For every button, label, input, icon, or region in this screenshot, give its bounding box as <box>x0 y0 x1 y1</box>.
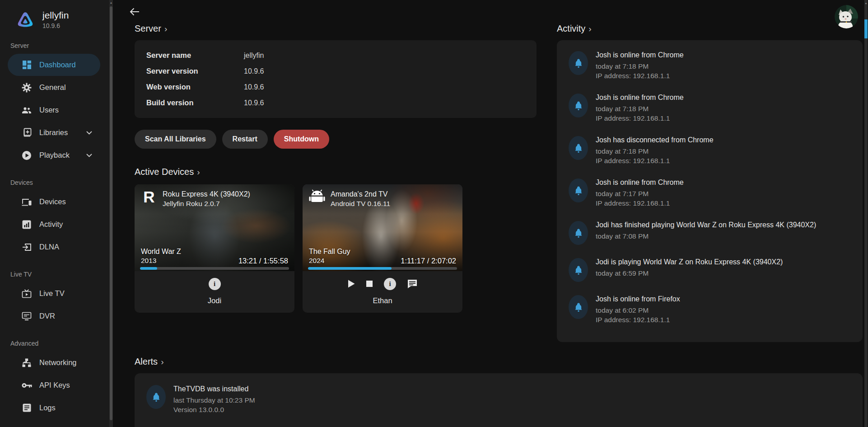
sidebar-item-devices[interactable]: Devices <box>8 191 100 213</box>
playback-time: 1:11:17 / 2:07:02 <box>401 257 456 265</box>
activity-item: Josh is online from Chrome today at 7:18… <box>569 94 851 123</box>
bell-icon <box>569 51 588 75</box>
activity-time: today at 6:02 PM <box>596 305 680 315</box>
app-version: 10.9.6 <box>42 22 69 29</box>
device-card-roku[interactable]: R Roku Express 4K (3940X2) Jellyfin Roku… <box>135 184 294 313</box>
sidebar-item-label: Playback <box>39 151 70 160</box>
sidebar-nav: Server Dashboard General Users <box>0 42 109 419</box>
roku-icon: R <box>141 189 157 208</box>
client-name: Jellyfin Roku 2.0.7 <box>163 199 250 208</box>
play-button[interactable] <box>348 280 355 288</box>
alert-detail: Version 13.0.0.0 <box>173 405 255 414</box>
sidebar-item-dvr[interactable]: DVR <box>8 305 100 327</box>
info-button[interactable]: i <box>209 278 221 290</box>
server-section-link[interactable]: Server › <box>135 23 537 34</box>
android-icon <box>309 189 325 208</box>
chevron-right-icon: › <box>164 24 167 34</box>
stop-icon <box>366 281 373 287</box>
gear-icon <box>21 82 32 93</box>
sidebar-item-general[interactable]: General <box>8 76 100 99</box>
sidebar: jellyfin 10.9.6 Server Dashboard General <box>0 0 109 427</box>
sidebar-item-dashboard[interactable]: Dashboard <box>8 54 100 76</box>
page-scrollbar-thumb[interactable] <box>864 19 868 38</box>
sidebar-item-live-tv[interactable]: Live TV <box>8 282 100 305</box>
activity-item: Josh is online from Firefox today at 6:0… <box>569 295 851 324</box>
activity-section-link[interactable]: Activity › <box>557 23 863 34</box>
playback-progress-bar <box>308 267 457 270</box>
bell-icon <box>569 221 588 245</box>
bell-icon <box>569 178 588 202</box>
sidebar-item-label: Logs <box>39 404 56 412</box>
left-column: Server › Server name jellyfin Server ver… <box>135 23 537 342</box>
stop-button[interactable] <box>366 281 373 287</box>
live-tv-icon <box>21 288 32 299</box>
sidebar-scrollbar-thumb[interactable] <box>110 6 112 420</box>
playback-time: 13:21 / 1:55:58 <box>238 257 288 265</box>
activity-detail: IP address: 192.168.1.1 <box>596 315 680 324</box>
jellyfin-logo-icon <box>16 11 34 29</box>
server-actions: Scan All Libraries Restart Shutdown <box>135 130 537 149</box>
sidebar-item-networking[interactable]: Networking <box>8 352 100 374</box>
scan-all-libraries-button[interactable]: Scan All Libraries <box>135 130 216 149</box>
app-name: jellyfin <box>42 10 69 21</box>
activity-text: Jodi is playing World War Z on Roku Expr… <box>596 258 783 266</box>
send-message-button[interactable] <box>407 279 417 288</box>
bell-icon <box>569 258 588 282</box>
sidebar-item-playback[interactable]: Playback <box>8 144 100 166</box>
activity-column: Activity › Josh is online from Chrome to… <box>557 23 863 342</box>
info-icon: i <box>384 278 396 290</box>
devices-icon <box>21 197 32 207</box>
device-card-android-tv[interactable]: Amanda's 2nd TV Android TV 0.16.11 The F… <box>303 184 462 313</box>
row-value: 10.9.6 <box>244 83 264 91</box>
info-icon: i <box>209 278 221 290</box>
main-content: Server › Server name jellyfin Server ver… <box>113 0 868 427</box>
page-scrollbar[interactable]: ▲ <box>864 0 868 427</box>
sidebar-scrollbar[interactable]: ▲ <box>109 0 113 427</box>
device-card-header: R Roku Express 4K (3940X2) Jellyfin Roku… <box>135 184 294 213</box>
app-brand-link[interactable]: jellyfin 10.9.6 <box>0 0 109 29</box>
sidebar-item-logs[interactable]: Logs <box>8 397 100 419</box>
row-label: Server version <box>146 67 244 75</box>
active-devices-section-link[interactable]: Active Devices › <box>135 167 537 177</box>
back-button[interactable] <box>126 4 143 20</box>
sidebar-item-libraries[interactable]: Libraries <box>8 122 100 144</box>
bell-icon <box>569 136 588 160</box>
alerts-title: Alerts <box>135 357 158 367</box>
dlna-icon <box>21 242 32 253</box>
scroll-up-arrow-icon[interactable]: ▲ <box>864 2 868 5</box>
activity-time: today at 7:18 PM <box>596 61 684 71</box>
device-card-header: Amanda's 2nd TV Android TV 0.16.11 <box>303 184 462 213</box>
activity-text: Josh is online from Chrome <box>596 178 684 187</box>
device-card-footer: i Jodi <box>135 271 294 313</box>
server-info-card: Server name jellyfin Server version 10.9… <box>135 40 537 118</box>
activity-panel: Josh is online from Chrome today at 7:18… <box>557 40 863 342</box>
activity-text: Josh is online from Chrome <box>596 51 684 59</box>
sidebar-item-label: API Keys <box>39 381 70 389</box>
activity-text: Josh has disconnected from Chrome <box>596 136 714 144</box>
sidebar-item-label: Dashboard <box>39 61 76 69</box>
server-section-title: Server <box>135 23 161 34</box>
activity-time: today at 7:08 PM <box>596 231 816 241</box>
session-user: Ethan <box>307 296 458 305</box>
sidebar-item-dlna[interactable]: DLNA <box>8 236 100 258</box>
row-label: Server name <box>146 51 244 60</box>
sidebar-item-activity[interactable]: Activity <box>8 213 100 235</box>
sidebar-item-api-keys[interactable]: API Keys <box>8 374 100 396</box>
sidebar-item-users[interactable]: Users <box>8 99 100 121</box>
library-icon <box>21 127 32 138</box>
user-avatar[interactable] <box>835 5 858 28</box>
server-name-row: Server name jellyfin <box>146 47 525 63</box>
web-version-row: Web version 10.9.6 <box>146 79 525 95</box>
media-title: World War Z <box>141 247 181 256</box>
scroll-up-arrow-icon[interactable]: ▲ <box>109 1 113 4</box>
info-button[interactable]: i <box>384 278 396 290</box>
activity-detail: IP address: 192.168.1.1 <box>596 156 714 165</box>
row-value: 10.9.6 <box>244 99 264 107</box>
chevron-right-icon: › <box>197 167 200 177</box>
sidebar-item-label: Devices <box>39 197 66 206</box>
restart-button[interactable]: Restart <box>222 130 268 149</box>
alerts-section-link[interactable]: Alerts › <box>135 357 863 367</box>
alert-text: TheTVDB was installed <box>173 385 255 393</box>
playback-progress-fill <box>140 267 157 270</box>
shutdown-button[interactable]: Shutdown <box>274 130 329 149</box>
